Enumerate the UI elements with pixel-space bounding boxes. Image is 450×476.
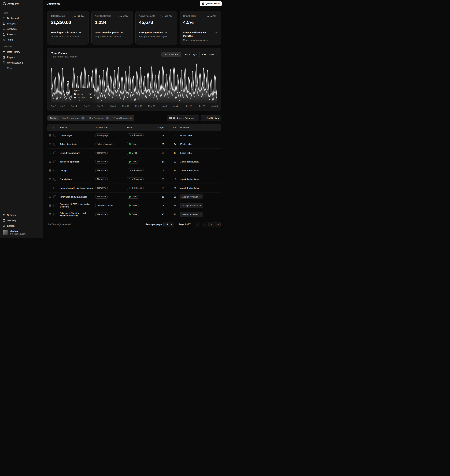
row-header[interactable]: Cover page	[60, 134, 72, 137]
tab-outline[interactable]: Outline	[48, 116, 59, 120]
limit-value[interactable]: 23	[174, 204, 176, 207]
tab-past-performance[interactable]: Past Performance3	[60, 116, 87, 121]
target-value[interactable]: 19	[162, 187, 164, 189]
row-header[interactable]: Design	[60, 169, 67, 172]
row-checkbox[interactable]	[53, 134, 56, 137]
row-checkbox[interactable]	[53, 213, 56, 216]
row-menu-button[interactable]: ⋮	[214, 178, 220, 181]
row-header[interactable]: Executive summary	[60, 152, 80, 154]
add-section-button[interactable]: Add Section	[201, 115, 221, 121]
sidebar-item-word-assistant[interactable]: Word Assistant	[1, 60, 42, 65]
limit-value[interactable]: 24	[174, 143, 176, 145]
row-checkbox[interactable]	[53, 169, 56, 172]
tab-focus-documents[interactable]: Focus Documents	[111, 116, 134, 120]
limit-value[interactable]: 26	[174, 196, 176, 198]
target-value[interactable]: 27	[162, 161, 164, 163]
row-checkbox[interactable]	[53, 178, 56, 180]
row-header[interactable]: Table of contents	[60, 143, 77, 145]
tab-key-personnel[interactable]: Key Personnel2	[87, 116, 111, 121]
row-menu-button[interactable]: ⋮	[214, 160, 220, 163]
reviewer-name: Eddie Lake	[180, 134, 192, 137]
sidebar-item-settings[interactable]: Settings	[1, 212, 42, 218]
sidebar-item-get-help[interactable]: Get Help	[1, 218, 42, 223]
user-menu[interactable]: shadcn m@example.com ⋮	[1, 229, 42, 237]
sidebar-item-data-library[interactable]: Data Library	[1, 49, 42, 55]
limit-value[interactable]: 21	[174, 187, 176, 189]
table-row-advanced-algorithms-and-machine-learning: Advanced Algorithms and Machine Learning…	[47, 210, 221, 219]
row-header[interactable]: Technical approach	[60, 161, 79, 163]
row-header[interactable]: Integration with existing systems	[60, 187, 93, 189]
sidebar-item-more[interactable]: More	[1, 65, 42, 71]
row-menu-button[interactable]: ⋮	[214, 204, 220, 207]
quick-create-button[interactable]: Quick Create	[200, 1, 222, 6]
row-checkbox[interactable]	[53, 151, 56, 154]
last-page-button[interactable]: »	[215, 222, 221, 227]
org-switcher[interactable]: Acme Inc.	[0, 0, 43, 7]
row-header[interactable]: Innovation and Advantages	[60, 196, 87, 198]
stat-subtext: Meets growth projections	[183, 39, 218, 41]
row-checkbox[interactable]	[53, 143, 56, 145]
row-header[interactable]: Advanced Algorithms and Machine Learning	[60, 212, 93, 217]
lifecycle-icon	[3, 22, 6, 25]
first-page-button[interactable]: «	[195, 222, 200, 227]
row-menu-button[interactable]: ⋮	[214, 143, 220, 146]
drag-handle[interactable]	[47, 134, 53, 137]
next-page-button[interactable]: ›	[208, 222, 214, 227]
target-value[interactable]: 7	[163, 204, 164, 207]
drag-handle[interactable]	[47, 143, 53, 145]
target-value[interactable]: 10	[162, 152, 164, 154]
target-value[interactable]: 18	[162, 134, 164, 137]
drag-handle[interactable]	[47, 196, 53, 198]
row-menu-button[interactable]: ⋮	[214, 213, 220, 216]
sidebar-item-lifecycle[interactable]: Lifecycle	[1, 21, 42, 26]
sidebar-item-dashboard[interactable]: Dashboard	[1, 16, 42, 21]
row-checkbox[interactable]	[53, 195, 56, 198]
user-menu-dots-icon[interactable]: ⋮	[38, 231, 40, 234]
row-checkbox[interactable]	[53, 204, 56, 207]
row-checkbox[interactable]	[53, 160, 56, 163]
row-header[interactable]: Overview of EMR's Innovative Solutions	[60, 203, 93, 208]
sidebar-item-analytics[interactable]: Analytics	[1, 26, 42, 32]
drag-handle[interactable]	[47, 213, 53, 215]
limit-value[interactable]: 5	[175, 134, 176, 137]
rows-per-page-select[interactable]: 10	[163, 222, 174, 227]
row-checkbox[interactable]	[53, 187, 56, 189]
target-value[interactable]: 2	[163, 169, 164, 172]
limit-value[interactable]: 16	[174, 169, 176, 172]
sidebar-item-reports[interactable]: Reports	[1, 55, 42, 60]
target-value[interactable]: 25	[162, 196, 164, 198]
assign-reviewer-dropdown[interactable]: Assign reviewer	[180, 212, 203, 217]
sidebar-item-projects[interactable]: Projects	[1, 32, 42, 37]
row-menu-button[interactable]: ⋮	[214, 134, 220, 137]
range-last-7-days[interactable]: Last 7 days	[199, 52, 217, 57]
assign-reviewer-dropdown[interactable]: Assign reviewer	[180, 194, 203, 199]
assign-reviewer-dropdown[interactable]: Assign reviewer	[180, 203, 203, 208]
range-last-30-days[interactable]: Last 30 days	[181, 52, 199, 57]
drag-handle[interactable]	[47, 161, 53, 163]
limit-value[interactable]: 28	[174, 213, 176, 215]
row-header[interactable]: Capabilities	[60, 178, 72, 180]
row-menu-button[interactable]: ⋮	[214, 169, 220, 172]
limit-value[interactable]: 8	[175, 178, 176, 180]
sidebar-item-search[interactable]: Search	[1, 223, 42, 229]
target-value[interactable]: 20	[162, 178, 164, 180]
select-all-checkbox[interactable]	[53, 126, 56, 129]
drag-handle[interactable]	[47, 178, 53, 180]
row-menu-button[interactable]: ⋮	[214, 195, 220, 198]
row-menu-button[interactable]: ⋮	[214, 186, 220, 189]
visitors-chart[interactable]: Apr 11 Mobile 350 Desktop 327	[51, 62, 217, 104]
x-tick-label: May 5	[110, 105, 116, 107]
limit-value[interactable]: 13	[174, 152, 176, 154]
drag-handle[interactable]	[47, 152, 53, 154]
customize-columns-button[interactable]: Customize Columns	[167, 115, 199, 121]
sidebar-item-team[interactable]: Team	[1, 37, 42, 42]
drag-handle[interactable]	[47, 204, 53, 207]
target-value[interactable]: 30	[162, 213, 164, 215]
drag-handle[interactable]	[47, 187, 53, 189]
limit-value[interactable]: 23	[174, 161, 176, 163]
drag-handle[interactable]	[47, 169, 53, 172]
range-last-3-months[interactable]: Last 3 months	[161, 52, 181, 57]
prev-page-button[interactable]: ‹	[202, 222, 207, 227]
target-value[interactable]: 29	[162, 143, 164, 145]
row-menu-button[interactable]: ⋮	[214, 151, 220, 154]
